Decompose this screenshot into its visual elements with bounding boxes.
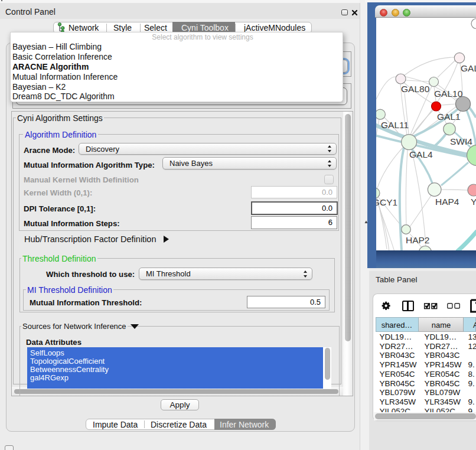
svg-text:GAL10: GAL10	[434, 89, 463, 99]
svg-text:HAP4: HAP4	[435, 197, 459, 207]
svg-text:GCY1: GCY1	[376, 197, 397, 207]
svg-text:YJL: YJL	[471, 197, 476, 207]
svg-text:SWI4: SWI4	[450, 136, 472, 146]
svg-text:GAL7: GAL7	[461, 63, 476, 73]
svg-text:GAL4: GAL4	[409, 149, 433, 159]
svg-text:GAL11: GAL11	[381, 120, 409, 130]
svg-text:GAL80: GAL80	[401, 84, 430, 94]
svg-text:GAL1: GAL1	[437, 112, 461, 122]
svg-text:HAP2: HAP2	[406, 235, 430, 245]
